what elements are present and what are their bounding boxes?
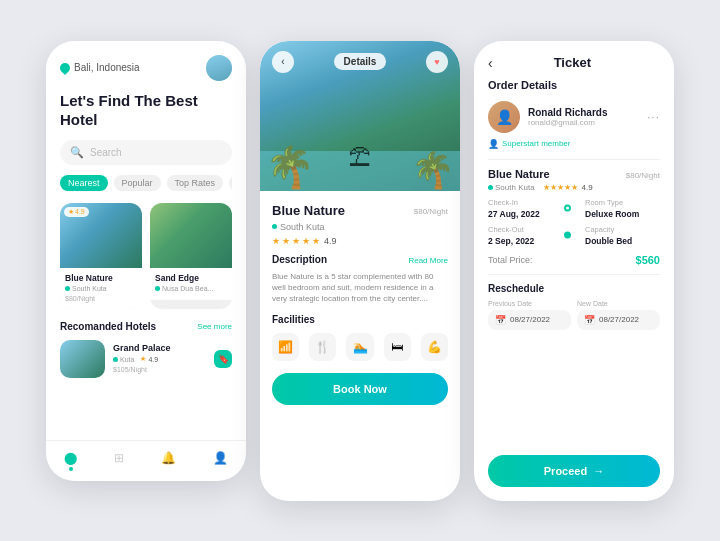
detail-hotel-name: Blue Nature <box>272 203 345 218</box>
tab-top-rates[interactable]: Top Rates <box>167 175 224 191</box>
prev-date-input[interactable]: 📅 08/27/2022 <box>488 310 571 330</box>
total-price-value: $560 <box>636 254 660 266</box>
check-out-label: Check-Out <box>488 225 571 234</box>
nav-bookmarks[interactable]: ⊞ <box>114 451 124 471</box>
search-icon: 🔍 <box>70 146 84 159</box>
calendar-icon-new: 📅 <box>584 315 595 325</box>
tab-trending[interactable]: Trending <box>229 175 232 191</box>
total-price-label: Total Price: <box>488 255 533 265</box>
new-date-input[interactable]: 📅 08/27/2022 <box>577 310 660 330</box>
user-email: ronald@gmail.com <box>528 118 639 127</box>
check-in-value: 27 Aug, 2022 <box>488 209 571 219</box>
recommended-title: Recomanded Hotels <box>60 321 156 332</box>
hotel-image-1: ★ 4.9 <box>60 203 142 268</box>
facility-room-icon: 🛏 <box>384 333 411 361</box>
check-out-cell: Check-Out 2 Sep, 2022 <box>488 225 571 246</box>
prev-date-value: 08/27/2022 <box>510 315 550 324</box>
back-button[interactable]: ‹ <box>272 51 294 73</box>
rec-hotel-image <box>60 340 105 378</box>
reschedule-label: Reschedule <box>488 283 660 294</box>
divider-2 <box>488 274 660 275</box>
booking-details-grid: Check-In 27 Aug, 2022 Room Type Deluxe R… <box>488 198 660 246</box>
more-options-button[interactable]: ··· <box>647 110 660 124</box>
rec-hotel-location: Kuta <box>120 356 134 363</box>
detail-bookmark-btn[interactable]: ♥ <box>426 51 448 73</box>
details-title-badge: Details <box>334 53 387 70</box>
detail-content: Blue Nature $80/Night South Kuta ★★★★★ 4… <box>260 191 460 501</box>
ticket-header: ‹ Ticket <box>474 41 674 79</box>
location-bar: Bali, Indonesia <box>60 55 232 81</box>
page-headline: Let's Find The Best Hotel <box>60 91 232 130</box>
nav-profile[interactable]: 👤 <box>213 451 228 471</box>
hotel-summary-name-row: Blue Nature $80/Night <box>488 168 660 180</box>
member-badge: 👤 Superstart member <box>488 139 660 149</box>
facility-gym-icon: 💪 <box>421 333 448 361</box>
proceed-label: Proceed <box>544 465 587 477</box>
hero-image: 🌴 🌴 ⛱ ‹ Details ♥ <box>260 41 460 191</box>
detail-price: $80/Night <box>414 203 448 217</box>
nav-home[interactable]: ⬤ <box>64 451 77 471</box>
star-badge-1: ★ 4.9 <box>64 207 89 217</box>
screen-hotel-details: 🌴 🌴 ⛱ ‹ Details ♥ Blue Nature $80/Night … <box>260 41 460 501</box>
new-date-value: 08/27/2022 <box>599 315 639 324</box>
ticket-hotel-location-row: South Kuta ★★★★★ 4.9 <box>488 183 660 192</box>
capacity-label: Capacity <box>585 225 660 234</box>
facility-restaurant-icon: 🍴 <box>309 333 336 361</box>
search-bar[interactable]: 🔍 Search <box>60 140 232 165</box>
location-pin-icon <box>58 60 72 74</box>
facilities-row: 📶 🍴 🏊 🛏 💪 <box>272 333 448 361</box>
ticket-hotel-price: $80/Night <box>626 168 660 180</box>
check-out-value: 2 Sep, 2022 <box>488 236 571 246</box>
bottom-nav: ⬤ ⊞ 🔔 👤 <box>46 440 246 481</box>
check-out-dot <box>564 232 571 239</box>
ticket-back-button[interactable]: ‹ <box>488 55 493 71</box>
location-text: Bali, Indonesia <box>74 62 140 73</box>
room-type-value: Deluxe Room <box>585 209 660 219</box>
user-avatar[interactable] <box>206 55 232 81</box>
ticket-location-dot <box>488 185 493 190</box>
hotel-cards-row: ★ 4.9 Blue Nature South Kuta $80/Night <box>60 203 232 309</box>
screen-ticket: ‹ Ticket Order Details 👤 Ronald Richards… <box>474 41 674 501</box>
facility-wifi-icon: 📶 <box>272 333 299 361</box>
hotel-price-1: $80/Night <box>65 294 137 303</box>
tab-popular[interactable]: Popular <box>114 175 161 191</box>
search-input[interactable]: Search <box>90 147 122 158</box>
ticket-title: Ticket <box>503 55 642 70</box>
divider-1 <box>488 159 660 160</box>
rec-hotel-name: Grand Palace <box>113 343 206 353</box>
tab-nearest[interactable]: Nearest <box>60 175 108 191</box>
read-more-link[interactable]: Read More <box>408 256 448 265</box>
ticket-content: Order Details 👤 Ronald Richards ronald@g… <box>474 79 674 455</box>
calendar-icon-prev: 📅 <box>495 315 506 325</box>
total-price-row: Total Price: $560 <box>488 254 660 266</box>
room-type-cell: Room Type Deluxe Room <box>577 198 660 219</box>
hotel-name-1: Blue Nature <box>65 273 137 283</box>
proceed-button[interactable]: Proceed → <box>488 455 660 487</box>
nav-notifications[interactable]: 🔔 <box>161 451 176 471</box>
member-icon: 👤 <box>488 139 499 149</box>
detail-location: South Kuta <box>280 222 325 232</box>
hotel-card-sand-edge[interactable]: Sand Edge Nusa Dua Bea... <box>150 203 232 309</box>
hotel-image-2 <box>150 203 232 268</box>
rec-bookmark-btn[interactable]: 🔖 <box>214 350 232 368</box>
user-avatar-ticket: 👤 <box>488 101 520 133</box>
hotel-location-1: South Kuta <box>72 285 107 292</box>
see-more-link[interactable]: See more <box>197 322 232 331</box>
location-dot-2 <box>155 286 160 291</box>
facilities-label: Facilities <box>272 314 448 325</box>
price-unit: /Night <box>427 207 448 216</box>
room-type-label: Room Type <box>585 198 660 207</box>
new-date-field: New Date 📅 08/27/2022 <box>577 300 660 330</box>
rating-count: 4.9 <box>324 236 337 246</box>
hotel-card-blue-nature[interactable]: ★ 4.9 Blue Nature South Kuta $80/Night <box>60 203 142 309</box>
recommended-hotel-grand-palace[interactable]: Grand Palace Kuta ★ 4.9 $105/Night 🔖 <box>60 340 232 378</box>
check-in-cell: Check-In 27 Aug, 2022 <box>488 198 571 219</box>
capacity-value: Double Bed <box>585 236 660 246</box>
hotel-location-2: Nusa Dua Bea... <box>162 285 213 292</box>
rec-location-dot <box>113 357 118 362</box>
book-now-button[interactable]: Book Now <box>272 373 448 405</box>
previous-date-field: Previous Date 📅 08/27/2022 <box>488 300 571 330</box>
user-name: Ronald Richards <box>528 107 639 118</box>
user-row: 👤 Ronald Richards ronald@gmail.com ··· <box>488 101 660 133</box>
detail-location-dot <box>272 224 277 229</box>
